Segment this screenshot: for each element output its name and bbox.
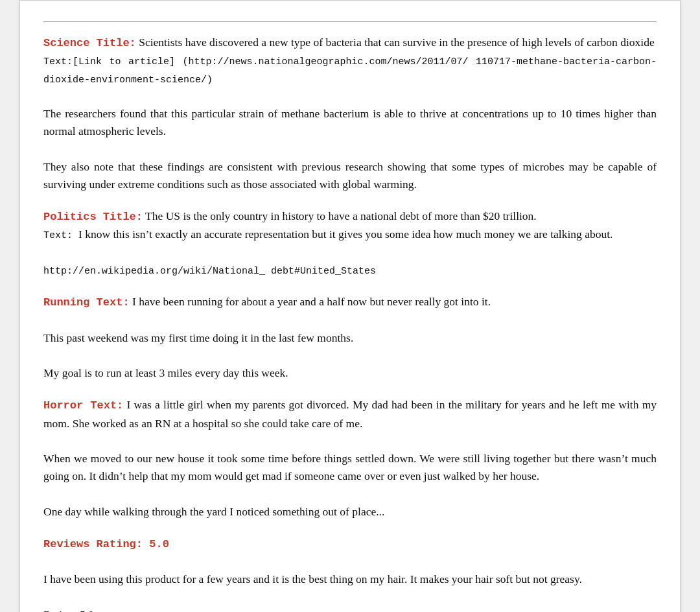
sections-wrapper: Science Title: Scientists have discovere… (43, 34, 657, 612)
section-label-reviews-5: Reviews Rating: 5.0 (43, 538, 169, 550)
section-text: The US is the only country in history to… (143, 209, 537, 222)
section-politics: Politics Title: The US is the only count… (43, 207, 657, 279)
section-mono: Text: (43, 230, 78, 241)
section-text: The researchers found that this particul… (43, 107, 657, 137)
section-label-science: Science Title: (43, 37, 136, 49)
section-text: I know this isn’t exactly an accurate re… (78, 228, 612, 241)
section-text: This past weekend was my first time doin… (43, 331, 353, 344)
section-text: My goal is to run at least 3 miles every… (43, 366, 288, 379)
page-container: Science Title: Scientists have discovere… (19, 0, 681, 612)
section-label-running: Running Text: (43, 296, 130, 309)
section-running: Running Text: I have been running for ab… (43, 293, 657, 382)
section-text: They also note that these findings are c… (43, 160, 657, 191)
section-text: Scientists have discovered a new type of… (136, 36, 655, 49)
section-text: When we moved to our new house it took s… (43, 452, 657, 482)
section-text: I was a little girl when my parents got … (43, 398, 657, 429)
section-science: Science Title: Scientists have discovere… (43, 34, 657, 193)
section-text: I have been running for about a year and… (130, 295, 491, 308)
section-text: Rating: 5.0 (43, 608, 94, 612)
section-label-politics: Politics Title: (43, 211, 143, 223)
section-mono: http://en.wikipedia.org/wiki/National_ d… (43, 266, 376, 277)
section-text: I have been using this product for a few… (43, 572, 582, 585)
section-label-horror: Horror Text: (43, 399, 123, 412)
section-reviews-5: Reviews Rating: 5.0 I have been using th… (43, 535, 657, 612)
section-mono: Text:[Link to article] (http://news.nati… (43, 56, 657, 85)
section-horror: Horror Text: I was a little girl when my… (43, 396, 657, 521)
top-rule (43, 21, 657, 22)
section-text: One day while walking through the yard I… (43, 505, 384, 518)
